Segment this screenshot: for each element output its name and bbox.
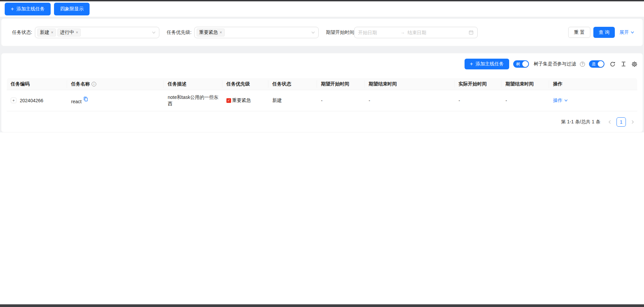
priority-filter-label: 任务优先级:	[167, 29, 192, 36]
col-header-expected-end-2: 期望结束时间	[501, 78, 549, 90]
priority-tag-urgent-label: 重要紧急	[199, 29, 218, 36]
col-header-actions: 操作	[549, 78, 637, 90]
expected-end-2-value: -	[505, 98, 507, 103]
row-expand-button[interactable]: +	[11, 98, 16, 103]
add-main-task-toolbar-label: 添加主线任务	[476, 61, 504, 67]
task-priority-value: 重要紧急	[232, 98, 251, 104]
add-main-task-label: 添加主线任务	[16, 6, 45, 12]
row-action-label: 操作	[553, 98, 562, 104]
close-icon[interactable]: ×	[76, 30, 78, 35]
pagination: 第 1-1 条/总共 1 条 1	[7, 117, 637, 127]
cell-task-name: react	[67, 90, 164, 111]
pagination-next-button[interactable]	[629, 117, 637, 127]
row-density-icon[interactable]	[621, 61, 626, 67]
task-table: 任务编码 任务名称 i 任务描述 任务优先级 任务状态 期望开始时间 期望结束时…	[7, 78, 637, 111]
cell-task-desc: note和task公用的一些东西	[164, 90, 222, 111]
table-header-row: 任务编码 任务名称 i 任务描述 任务优先级 任务状态 期望开始时间 期望结束时…	[7, 78, 637, 90]
yes-switch[interactable]: 是	[589, 60, 604, 68]
task-status-value: 新建	[272, 98, 282, 104]
col-header-actual-start: 实际开始时间	[454, 78, 501, 90]
task-name-value: react	[71, 99, 82, 104]
quadrant-view-button[interactable]: 四象限显示	[54, 3, 90, 15]
priority-check-icon: ✓	[226, 98, 231, 103]
tree-filter-text: 树子集是否参与过滤	[534, 61, 576, 67]
info-circle-icon[interactable]: i	[92, 82, 96, 86]
page: + 添加主线任务 四象限显示 任务状态: 新建 × 进行中 ×	[0, 0, 644, 307]
refresh-icon[interactable]	[610, 61, 615, 67]
search-button[interactable]: 查 询	[593, 27, 615, 38]
task-code-value: 202404266	[20, 98, 43, 103]
chevron-down-icon	[631, 30, 634, 34]
quadrant-view-label: 四象限显示	[60, 6, 84, 12]
task-desc-value: note和task公用的一些东西	[168, 94, 218, 107]
close-icon[interactable]: ×	[220, 30, 222, 35]
cell-task-priority: ✓ 重要紧急	[222, 90, 268, 111]
expand-filters-label: 展开	[620, 29, 629, 36]
priority-tag-urgent[interactable]: 重要紧急 ×	[197, 28, 225, 37]
app-header: + 添加主线任务 四象限显示	[0, 1, 644, 17]
filter-card: 任务状态: 新建 × 进行中 × 任务优先级:	[1, 18, 643, 46]
table-toolbar: + 添加主线任务 树 树子集是否参与过滤 ? 是	[7, 59, 637, 69]
status-tag-inprogress-label: 进行中	[60, 29, 74, 36]
expected-end-value: -	[369, 98, 370, 103]
range-arrow-icon: →	[400, 30, 405, 35]
col-header-task-status: 任务状态	[268, 78, 317, 90]
end-date-input[interactable]	[408, 30, 447, 35]
expected-start-filter-label: 期望开始时间	[326, 29, 354, 36]
pagination-page-1[interactable]: 1	[616, 117, 626, 127]
chevron-down-icon	[152, 30, 156, 35]
filter-group-status: 任务状态: 新建 × 进行中 ×	[12, 27, 167, 38]
expand-filters-link[interactable]: 展开	[620, 29, 634, 36]
col-header-task-desc: 任务描述	[164, 78, 222, 90]
cell-actual-start: -	[454, 90, 501, 111]
col-header-task-code: 任务编码	[7, 78, 67, 90]
reset-button[interactable]: 重 置	[568, 27, 590, 38]
add-main-task-button-top[interactable]: + 添加主线任务	[5, 3, 51, 15]
pagination-summary: 第 1-1 条/总共 1 条	[561, 119, 600, 125]
date-range-picker[interactable]: →	[354, 27, 478, 38]
status-tag-inprogress[interactable]: 进行中 ×	[57, 28, 81, 37]
col-header-expected-start: 期望开始时间	[317, 78, 365, 90]
cell-task-status: 新建	[268, 90, 317, 111]
filter-group-expected-start: 期望开始时间 →	[326, 27, 478, 38]
filter-actions: 重 置 查 询 展开	[568, 27, 634, 38]
expected-start-value: -	[321, 98, 323, 103]
cell-actions: 操作	[549, 90, 637, 111]
pagination-prev-button[interactable]	[606, 117, 614, 127]
tree-mode-switch[interactable]: 树	[513, 60, 529, 68]
cell-task-code: + 202404266	[7, 90, 67, 111]
window-bottom-edge	[0, 304, 644, 307]
actual-start-value: -	[459, 98, 460, 103]
col-header-expected-end: 期望结束时间	[365, 78, 454, 90]
table-card: + 添加主线任务 树 树子集是否参与过滤 ? 是	[1, 53, 643, 132]
priority-select[interactable]: 重要紧急 ×	[194, 27, 319, 38]
status-select[interactable]: 新建 × 进行中 ×	[35, 27, 159, 38]
plus-icon: +	[11, 6, 14, 12]
status-filter-label: 任务状态:	[12, 29, 32, 36]
row-action-dropdown[interactable]: 操作	[553, 98, 568, 104]
calendar-icon	[469, 30, 474, 35]
plus-icon: +	[470, 61, 473, 67]
status-tag-new-label: 新建	[40, 29, 49, 36]
cell-expected-end-2: -	[501, 90, 549, 111]
add-main-task-button-toolbar[interactable]: + 添加主线任务	[465, 59, 509, 69]
filter-group-priority: 任务优先级: 重要紧急 ×	[167, 27, 326, 38]
switch-knob	[522, 61, 528, 67]
yes-switch-label: 是	[592, 62, 596, 66]
col-header-task-priority: 任务优先级	[222, 78, 268, 90]
settings-gear-icon[interactable]	[632, 61, 637, 67]
col-header-task-name: 任务名称 i	[67, 78, 164, 90]
question-circle-icon[interactable]: ?	[580, 62, 585, 67]
status-tag-new[interactable]: 新建 ×	[37, 28, 56, 37]
chevron-down-icon	[564, 99, 568, 102]
start-date-input[interactable]	[358, 30, 398, 35]
switch-knob	[598, 61, 604, 67]
chevron-down-icon	[311, 30, 315, 35]
copy-icon[interactable]	[84, 97, 88, 102]
content-area: 任务状态: 新建 × 进行中 × 任务优先级:	[0, 17, 644, 132]
close-icon[interactable]: ×	[51, 30, 53, 35]
cell-expected-start: -	[317, 90, 365, 111]
cell-expected-end: -	[365, 90, 454, 111]
table-row: + 202404266 react note和task公用的	[7, 90, 637, 111]
tree-switch-label: 树	[516, 62, 520, 66]
